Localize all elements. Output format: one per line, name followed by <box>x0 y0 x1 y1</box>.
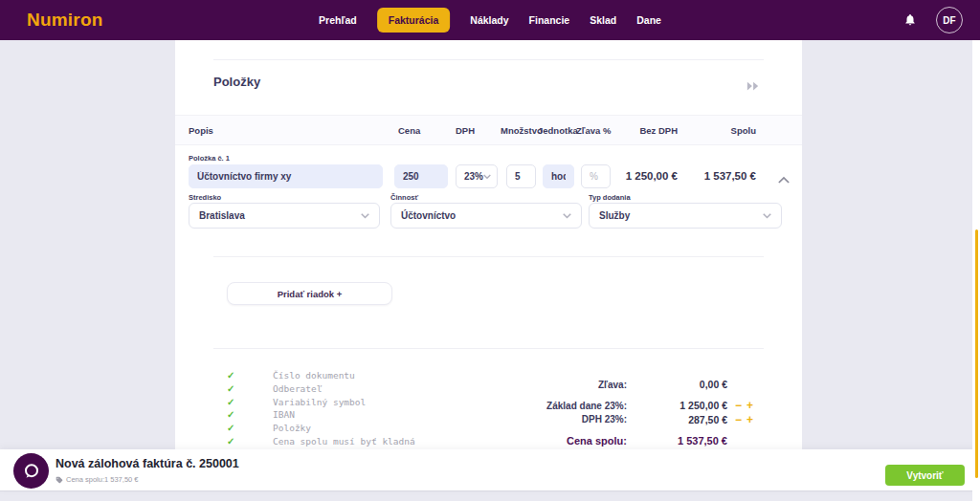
check-icon: ✓ <box>227 370 273 381</box>
checklist-label: IBAN <box>273 409 295 420</box>
checklist-item: ✓IBAN <box>227 408 415 422</box>
totals-summary: Zľava: 0,00 € Základ dane 23%: 1 250,00 … <box>434 377 764 449</box>
checklist-label: Položky <box>273 423 311 433</box>
decrease-vat-button[interactable]: − <box>735 414 742 425</box>
scrollbar-thumb[interactable] <box>975 229 978 478</box>
item-unit-input[interactable] <box>543 164 574 188</box>
nav-item-naklady[interactable]: Náklady <box>470 14 508 26</box>
checklist-label: Cena spolu musí byť kladná <box>273 436 415 447</box>
chevron-down-icon <box>361 213 369 219</box>
typ-dodania-label: Typ dodania <box>589 193 631 202</box>
cinnost-label: Činnosť <box>390 193 418 202</box>
col-cena: Cena <box>398 116 420 146</box>
checklist-item: ✓Položky <box>227 422 415 435</box>
col-spolu: Spolu <box>731 116 756 146</box>
checklist-label: Odberateľ <box>273 383 322 394</box>
document-title: Nová zálohová faktúra č. 250001 <box>56 457 239 470</box>
collapse-row-chevron-up-icon[interactable] <box>778 170 790 187</box>
items-table-header: Popis Cena DPH Množstvo Jednotka Zľava %… <box>175 115 802 145</box>
tax-base-label: Základ dane 23%: <box>434 401 627 411</box>
col-zlava: Zľava % <box>576 116 611 146</box>
typ-dodania-value: Služby <box>599 210 630 221</box>
stredisko-label: Stredisko <box>189 193 221 202</box>
col-mnozstvo: Množstvo <box>501 116 543 146</box>
vat-label: DPH 23%: <box>434 414 627 425</box>
item-vat-select[interactable]: 23% <box>456 164 498 188</box>
add-row-button[interactable]: Pridať riadok + <box>227 282 392 305</box>
items-section-title: Položky <box>213 75 260 89</box>
item-row-label: Položka č. 1 <box>189 154 230 163</box>
document-subtitle: Cena spolu:1 537,50 € <box>56 475 138 484</box>
summary-row-tax-base: Základ dane 23%: 1 250,00 € − + <box>434 398 764 413</box>
col-jednotka: Jednotka <box>538 116 578 146</box>
check-icon: ✓ <box>227 409 273 420</box>
checklist-label: Variabilný symbol <box>273 397 366 407</box>
increase-vat-button[interactable]: + <box>746 414 753 425</box>
document-subtitle-text: Cena spolu:1 537,50 € <box>66 475 138 484</box>
cinnost-select[interactable]: Účtovníctvo <box>390 203 582 229</box>
divider <box>213 348 764 349</box>
col-bez-dph: Bez DPH <box>639 116 678 146</box>
summary-row-vat: DPH 23%: 287,50 € − + <box>434 413 764 425</box>
item-gross-total: 1 537,50 € <box>704 164 756 188</box>
grand-total-label: Cena spolu: <box>434 435 627 447</box>
main-nav: Prehľad Fakturácia Náklady Financie Skla… <box>319 0 661 40</box>
nav-item-prehlad[interactable]: Prehľad <box>319 14 357 26</box>
checklist-item: ✓Číslo dokumentu <box>227 369 415 382</box>
chevron-down-icon <box>563 213 571 219</box>
notifications-bell-icon[interactable] <box>903 12 917 31</box>
app-logo[interactable]: Numiron <box>27 10 103 31</box>
tax-base-value: 1 250,00 € <box>627 400 727 411</box>
item-vat-value: 23% <box>464 171 483 182</box>
user-avatar[interactable]: DF <box>936 7 963 33</box>
check-icon: ✓ <box>227 397 273 407</box>
check-icon: ✓ <box>227 423 273 433</box>
item-net-total: 1 250,00 € <box>626 164 678 188</box>
checklist-item: ✓Cena spolu musí byť kladná <box>227 434 415 447</box>
validation-checklist: ✓Číslo dokumentu ✓Odberateľ ✓Variabilný … <box>227 369 415 447</box>
increase-tax-base-button[interactable]: + <box>746 400 753 411</box>
discount-value: 0,00 € <box>627 379 727 390</box>
stredisko-select[interactable]: Bratislava <box>189 203 380 229</box>
tag-icon <box>56 476 63 484</box>
typ-dodania-select[interactable]: Služby <box>589 203 782 229</box>
stredisko-value: Bratislava <box>199 210 245 221</box>
divider <box>213 59 764 60</box>
nav-item-financie[interactable]: Financie <box>529 14 570 26</box>
item-quantity-input[interactable] <box>506 164 536 188</box>
item-description-input[interactable] <box>189 164 383 188</box>
divider <box>213 256 764 257</box>
grand-total-value: 1 537,50 € <box>627 435 727 447</box>
document-footer-bar: Nová zálohová faktúra č. 250001 Cena spo… <box>0 449 980 491</box>
cinnost-value: Účtovníctvo <box>401 210 456 221</box>
item-price-input[interactable] <box>394 164 448 188</box>
summary-row-discount: Zľava: 0,00 € <box>434 377 764 392</box>
checklist-label: Číslo dokumentu <box>273 370 355 381</box>
collapse-fast-forward-icon[interactable] <box>746 78 760 96</box>
nav-item-sklad[interactable]: Sklad <box>590 14 616 26</box>
invoice-items-card: Položky Popis Cena DPH Množstvo Jednotka… <box>175 40 802 449</box>
chevron-down-icon <box>763 213 771 219</box>
vat-value: 287,50 € <box>627 414 727 425</box>
item-discount-input[interactable] <box>581 164 611 188</box>
top-nav-bar: Numiron Prehľad Fakturácia Náklady Finan… <box>0 0 980 40</box>
col-dph: DPH <box>456 116 475 146</box>
decrease-tax-base-button[interactable]: − <box>735 400 742 411</box>
col-popis: Popis <box>189 116 213 146</box>
chat-bubble-icon[interactable] <box>13 453 49 489</box>
check-icon: ✓ <box>227 436 273 447</box>
summary-row-grand-total: Cena spolu: 1 537,50 € <box>434 432 764 449</box>
create-button[interactable]: Vytvoriť <box>885 465 965 486</box>
checklist-item: ✓Odberateľ <box>227 382 415 396</box>
nav-item-dane[interactable]: Dane <box>636 14 661 26</box>
discount-label: Zľava: <box>434 380 627 390</box>
app-window: Numiron Prehľad Fakturácia Náklady Finan… <box>0 0 980 501</box>
chevron-down-icon <box>483 174 491 180</box>
nav-item-fakturacia[interactable]: Fakturácia <box>377 8 451 33</box>
checklist-item: ✓Variabilný symbol <box>227 395 415 408</box>
check-icon: ✓ <box>227 383 273 394</box>
